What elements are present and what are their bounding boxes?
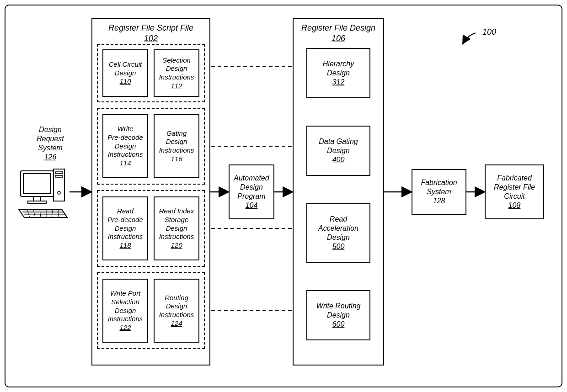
- svg-rect-16: [28, 201, 46, 204]
- g2a-ref: 114: [119, 159, 131, 168]
- program-label: Automated Design Program: [234, 174, 269, 201]
- fabricated-circuit: Fabricated Register File Circuit 108: [485, 164, 544, 219]
- d3-label: Read Acceleration Design: [318, 215, 358, 242]
- g3b-ref: 120: [171, 241, 182, 250]
- g3b-label: Read Index Storage Design Instructions: [159, 207, 194, 241]
- d4-label: Write Routing Design: [316, 302, 361, 320]
- design-request-system-label: Design Request System 126: [27, 123, 73, 164]
- svg-rect-14: [23, 174, 51, 194]
- g1b-ref: 112: [171, 82, 182, 90]
- write-port-selection: Write Port Selection Design Instructions…: [102, 279, 148, 343]
- fabd-label: Fabricated Register File Circuit: [494, 174, 535, 201]
- svg-rect-15: [33, 196, 41, 201]
- script-file-title: Register File Script File: [108, 23, 193, 33]
- script-file-ref: 102: [144, 33, 158, 44]
- gating-design-instructions: Gating Design Instructions 116: [154, 114, 199, 178]
- figure-ref: 100: [476, 25, 503, 39]
- design-ref: 106: [332, 33, 345, 44]
- g1a-ref: 110: [119, 77, 131, 86]
- automated-design-program: Automated Design Program 104: [229, 164, 274, 219]
- selection-design-instructions: Selection Design Instructions 112: [154, 49, 199, 97]
- hierarchy-design: Hierarchy Design 312: [306, 48, 370, 98]
- g2b-label: Gating Design Instructions: [159, 129, 194, 155]
- g1b-label: Selection Design Instructions: [159, 56, 194, 82]
- g4a-label: Write Port Selection Design Instructions: [108, 289, 143, 323]
- g4b-ref: 124: [171, 319, 182, 328]
- d2-label: Data Gating Design: [319, 137, 358, 155]
- d1-ref: 312: [332, 78, 345, 87]
- figure-ref-num: 100: [482, 27, 496, 37]
- diagram-frame: [5, 5, 562, 387]
- computer-icon: [16, 165, 70, 220]
- write-predecode: Write Pre-decode Design Instructions 114: [102, 114, 148, 178]
- g2b-ref: 116: [171, 155, 182, 164]
- program-ref: 104: [246, 201, 258, 210]
- g4a-ref: 122: [119, 323, 131, 332]
- routing-design-instructions: Routing Design Instructions 124: [154, 279, 199, 343]
- drs-text: Design Request System: [37, 125, 64, 153]
- g2a-label: Write Pre-decode Design Instructions: [107, 125, 143, 159]
- d4-ref: 600: [332, 320, 345, 329]
- d3-ref: 500: [332, 242, 345, 251]
- write-routing-design: Write Routing Design 600: [306, 290, 370, 340]
- fab-label: Fabrication System: [421, 178, 457, 196]
- fabd-ref: 108: [508, 201, 521, 210]
- fabrication-system: Fabrication System 128: [412, 169, 466, 215]
- read-index-storage: Read Index Storage Design Instructions 1…: [154, 196, 199, 260]
- design-title: Register File Design: [301, 23, 375, 33]
- fab-ref: 128: [433, 196, 445, 206]
- d1-label: Hierarchy Design: [323, 59, 354, 78]
- data-gating-design: Data Gating Design 400: [306, 126, 370, 176]
- g4b-label: Routing Design Instructions: [159, 294, 194, 319]
- drs-ref: 126: [44, 153, 57, 162]
- read-acceleration-design: Read Acceleration Design 500: [306, 203, 370, 263]
- cell-circuit-design: Cell Circuit Design 110: [102, 49, 148, 97]
- g3a-label: Read Pre-decode Design Instructions: [107, 207, 143, 241]
- read-predecode: Read Pre-decode Design Instructions 118: [102, 196, 148, 260]
- g3a-ref: 118: [119, 241, 131, 250]
- d2-ref: 400: [332, 155, 345, 164]
- g1a-label: Cell Circuit Design: [109, 60, 142, 78]
